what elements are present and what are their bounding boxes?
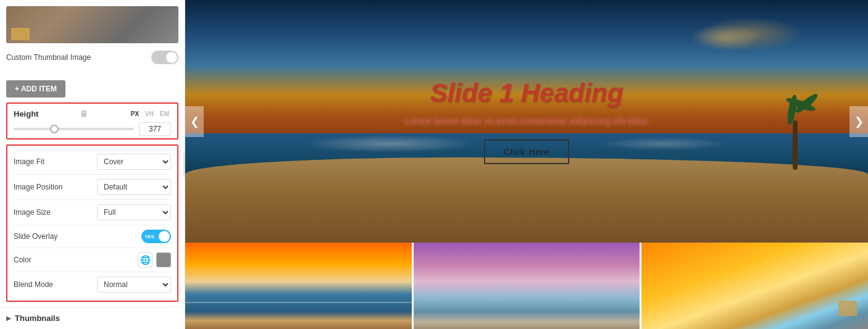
blend-mode-row: Blend Mode Normal Multiply Screen Overla… bbox=[14, 272, 171, 297]
toggle-blue-knob bbox=[159, 231, 170, 242]
toggle-knob bbox=[166, 52, 177, 63]
add-item-button[interactable]: + ADD ITEM bbox=[6, 80, 65, 98]
globe-icon[interactable]: 🌐 bbox=[138, 252, 152, 267]
custom-thumbnail-row: Custom Thumbnail Image NO bbox=[6, 48, 178, 69]
slide-subtext: Lorem ipsum dolor sit amet consectetur a… bbox=[405, 115, 648, 126]
blend-mode-label: Blend Mode bbox=[14, 280, 53, 289]
thumb-item-3[interactable] bbox=[641, 243, 868, 329]
image-position-row: Image Position Default Top Center Bottom bbox=[14, 175, 171, 200]
image-fit-row: Image Fit Cover Contain Fill None bbox=[14, 149, 171, 175]
image-position-select[interactable]: Default Top Center Bottom bbox=[97, 179, 171, 195]
image-size-select[interactable]: Full Medium Thumbnail bbox=[97, 204, 171, 220]
unit-vh[interactable]: VH bbox=[143, 110, 156, 118]
slide-cta-button[interactable]: Click Here bbox=[484, 140, 570, 164]
slider-content: Slide 1 Heading Lorem ipsum dolor sit am… bbox=[185, 0, 868, 243]
slide-overlay-label: Slide Overlay bbox=[14, 232, 57, 241]
image-size-label: Image Size bbox=[14, 208, 51, 217]
monitor-icon: 🖥 bbox=[80, 109, 88, 119]
height-label: Height bbox=[14, 109, 38, 119]
image-size-row: Image Size Full Medium Thumbnail bbox=[14, 200, 171, 225]
thumbnail-strip-bottom bbox=[185, 243, 868, 329]
height-input[interactable]: 377 bbox=[139, 122, 171, 136]
thumbnails-header[interactable]: ▶ Thumbnails bbox=[6, 314, 178, 323]
height-slider-row: 377 bbox=[14, 122, 171, 136]
image-position-label: Image Position bbox=[14, 183, 62, 191]
custom-thumbnail-label: Custom Thumbnail Image bbox=[6, 53, 91, 62]
slide-overlay-row: Slide Overlay YES bbox=[14, 225, 171, 248]
color-controls: 🌐 bbox=[138, 252, 171, 267]
image-fit-select[interactable]: Cover Contain Fill None bbox=[97, 154, 171, 170]
height-slider-thumb[interactable] bbox=[50, 125, 59, 133]
slider-nav-left[interactable]: ❮ bbox=[185, 106, 204, 137]
thumb-item-1[interactable] bbox=[185, 243, 414, 329]
height-section: Height 🖥 PX VH EM 377 bbox=[6, 102, 178, 140]
chevron-right-icon: ▶ bbox=[6, 315, 11, 322]
image-fit-label: Image Fit bbox=[14, 157, 44, 166]
slide-heading: Slide 1 Heading bbox=[430, 78, 624, 108]
color-label: Color bbox=[14, 256, 31, 264]
main-slider: ❮ ❯ Slide 1 Heading Lorem ipsum dolor si… bbox=[185, 0, 868, 243]
color-row: Color 🌐 bbox=[14, 248, 171, 272]
blend-mode-select[interactable]: Normal Multiply Screen Overlay Darken Li… bbox=[97, 277, 171, 293]
thumbnails-section: ▶ Thumbnails bbox=[0, 307, 185, 329]
unit-tabs: PX VH EM bbox=[129, 110, 171, 118]
right-panel: ❮ ❯ Slide 1 Heading Lorem ipsum dolor si… bbox=[185, 0, 868, 329]
custom-thumbnail-toggle[interactable]: NO bbox=[151, 51, 178, 64]
color-swatch[interactable] bbox=[156, 252, 171, 267]
height-header: Height 🖥 PX VH EM bbox=[14, 109, 171, 119]
left-panel: Custom Thumbnail Image NO + ADD ITEM Hei… bbox=[0, 0, 185, 329]
thumbnail-preview-image bbox=[6, 6, 178, 43]
image-settings-section: Image Fit Cover Contain Fill None Image … bbox=[6, 144, 178, 302]
thumbnails-label: Thumbnails bbox=[15, 314, 60, 323]
slide-overlay-toggle[interactable]: YES bbox=[141, 230, 171, 243]
yes-label: YES bbox=[144, 234, 154, 239]
unit-px[interactable]: PX bbox=[129, 110, 141, 118]
height-slider-track[interactable] bbox=[14, 128, 134, 130]
thumbnail-strip: Custom Thumbnail Image NO bbox=[0, 0, 185, 75]
slider-nav-right[interactable]: ❯ bbox=[849, 106, 868, 137]
thumb-item-2[interactable] bbox=[414, 243, 642, 329]
unit-em[interactable]: EM bbox=[158, 110, 171, 118]
